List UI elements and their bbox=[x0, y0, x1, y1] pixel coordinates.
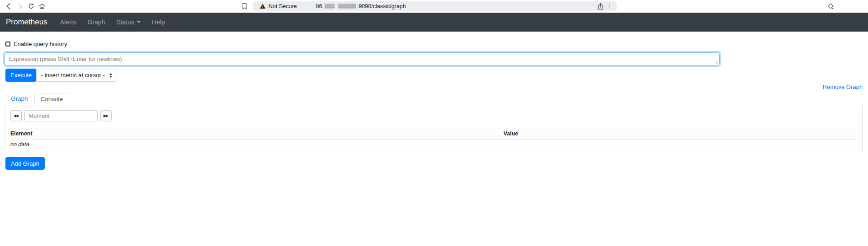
table-row: no data bbox=[10, 139, 858, 151]
browser-reload-button[interactable] bbox=[27, 2, 36, 11]
enable-query-history-label: Enable query history bbox=[14, 41, 67, 47]
security-status-label[interactable]: Not Secure bbox=[269, 3, 297, 9]
redacted-url-segment bbox=[325, 4, 335, 9]
insert-metric-label: - insert metric at cursor - bbox=[41, 72, 105, 79]
tab-graph[interactable]: Graph bbox=[5, 93, 34, 105]
nav-item-alerts[interactable]: Alerts bbox=[57, 17, 79, 28]
home-icon bbox=[38, 3, 46, 10]
table-header-row: Element Value bbox=[10, 129, 858, 139]
console-result-table: Element Value no data bbox=[10, 129, 858, 150]
browser-home-button[interactable] bbox=[38, 2, 47, 11]
insert-metric-select[interactable]: - insert metric at cursor - bbox=[36, 69, 117, 82]
prometheus-navbar: Prometheus Alerts Graph Status Help bbox=[0, 13, 868, 32]
url-text[interactable]: 86. :9090/classic/graph bbox=[316, 3, 406, 9]
diamond-cursor-icon bbox=[827, 3, 834, 10]
redacted-url-segment bbox=[338, 4, 356, 9]
share-button[interactable] bbox=[598, 3, 604, 10]
moment-input[interactable] bbox=[24, 110, 98, 121]
tab-console[interactable]: Console bbox=[34, 93, 70, 105]
bookmark-icon bbox=[242, 3, 247, 10]
moment-next-button[interactable]: ▶▶ bbox=[100, 110, 112, 121]
value-column-header: Value bbox=[504, 129, 858, 139]
add-graph-button[interactable]: Add Graph bbox=[5, 157, 45, 170]
not-secure-warning-icon: ! bbox=[260, 4, 265, 9]
address-bar[interactable]: ! Not Secure 86. :9090/classic/graph bbox=[253, 1, 617, 11]
browser-extension-icon[interactable] bbox=[826, 2, 835, 11]
bookmark-button[interactable] bbox=[240, 2, 249, 11]
element-column-header: Element bbox=[10, 129, 504, 139]
nav-item-graph[interactable]: Graph bbox=[85, 17, 108, 28]
select-updown-icon bbox=[109, 73, 112, 78]
chevron-left-icon bbox=[6, 3, 11, 10]
moment-controls: ◀◀ ▶▶ bbox=[10, 110, 112, 121]
expression-input[interactable] bbox=[5, 52, 720, 65]
browser-forward-button[interactable] bbox=[15, 2, 24, 11]
console-panel: ◀◀ ▶▶ Element Value no data bbox=[5, 105, 863, 152]
browser-toolbar: ! Not Secure 86. :9090/classic/graph bbox=[0, 0, 868, 12]
nav-item-help[interactable]: Help bbox=[149, 17, 168, 28]
graph-console-tabs: Graph Console bbox=[5, 93, 863, 105]
enable-query-history-checkbox[interactable] bbox=[5, 42, 10, 46]
address-bar-divider bbox=[609, 3, 610, 9]
query-history-row: Enable query history bbox=[5, 41, 67, 47]
url-suffix: :9090/classic/graph bbox=[357, 3, 406, 9]
chevron-right-icon bbox=[18, 3, 23, 10]
navbar-brand[interactable]: Prometheus bbox=[6, 18, 47, 27]
browser-back-button[interactable] bbox=[4, 2, 13, 11]
share-icon bbox=[598, 3, 604, 10]
reload-icon bbox=[28, 3, 35, 10]
moment-prev-button[interactable]: ◀◀ bbox=[10, 110, 22, 121]
nav-item-status[interactable]: Status bbox=[113, 17, 143, 28]
remove-graph-link[interactable]: Remove Graph bbox=[823, 84, 863, 90]
caret-down-icon bbox=[137, 21, 141, 23]
execute-button[interactable]: Execute bbox=[5, 69, 37, 82]
no-data-cell: no data bbox=[10, 139, 858, 151]
url-prefix: 86. bbox=[316, 3, 324, 9]
resize-grip-icon[interactable] bbox=[713, 59, 718, 64]
